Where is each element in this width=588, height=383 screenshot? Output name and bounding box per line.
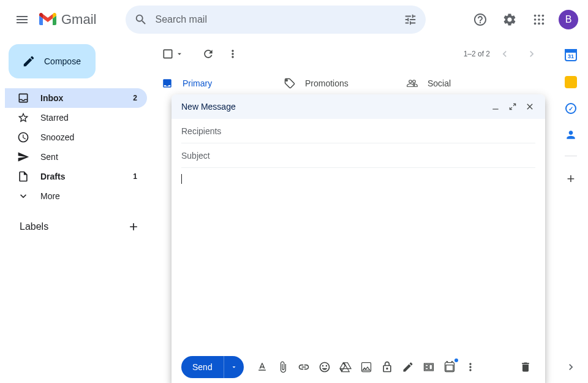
emoji-icon [318,361,331,373]
image-icon [360,361,372,373]
inbox-tab-icon [162,78,173,89]
search-bar[interactable] [126,6,426,34]
insert-emoji-button[interactable] [315,357,334,377]
calendar-addon-button[interactable]: 31 [565,49,577,61]
sidebar-item-inbox[interactable]: Inbox 2 [5,88,147,108]
insert-signature-button[interactable] [398,357,418,377]
prev-page-button[interactable] [492,42,517,66]
dropdown-arrow-icon [230,363,238,371]
svg-point-2 [542,15,545,17]
compose-toolbar: Send [172,351,545,383]
next-page-button[interactable] [519,42,544,66]
select-all-checkbox[interactable] [162,48,184,60]
svg-point-1 [538,15,540,17]
minimize-button[interactable] [490,101,501,112]
nav-label: Starred [40,113,69,123]
main-menu-button[interactable] [10,7,34,32]
sidebar-item-drafts[interactable]: Drafts 1 [5,167,147,186]
get-addons-button[interactable]: + [567,171,575,187]
subject-field[interactable] [181,143,535,168]
recipients-field[interactable] [181,119,535,143]
inbox-icon [17,92,29,104]
chevron-left-icon [499,48,511,60]
contacts-addon-button[interactable] [565,129,577,141]
tasks-addon-button[interactable] [565,103,576,114]
sidebar-item-more[interactable]: More [5,186,147,206]
help-button[interactable] [468,7,492,32]
account-avatar[interactable]: B [559,10,578,29]
checkbox-icon [162,48,174,60]
svg-point-5 [542,18,545,21]
attachment-icon [277,361,289,373]
tab-primary[interactable]: Primary [152,69,274,98]
insert-image-button[interactable] [356,357,376,377]
fullscreen-button[interactable] [507,101,518,112]
tab-label: Promotions [305,78,349,88]
settings-button[interactable] [497,7,522,32]
labels-title: Labels [20,221,48,232]
more-vert-icon [464,361,477,373]
attach-button[interactable] [273,357,293,377]
trash-icon [519,361,532,373]
insert-drive-button[interactable] [336,357,355,377]
sidebar-item-sent[interactable]: Sent [5,147,147,167]
calendar-day: 31 [568,53,574,59]
nav-badge: 2 [133,94,137,102]
tune-icon[interactable] [404,13,417,26]
gear-icon [502,12,517,27]
send-button[interactable]: Send [181,356,224,378]
header-actions: B [468,7,578,32]
calendar-icon [443,361,456,373]
insert-link-button[interactable] [294,357,314,377]
pen-icon [402,361,414,373]
svg-point-7 [538,23,540,25]
nav-label: Drafts [40,172,65,181]
discard-draft-button[interactable] [516,357,535,377]
formatting-button[interactable] [252,357,272,377]
compose-button[interactable]: Compose [9,44,96,78]
send-options-button[interactable] [224,356,244,378]
keep-addon-button[interactable] [565,76,577,88]
compose-titlebar[interactable]: New Message [172,94,545,119]
sidebar-item-snoozed[interactable]: Snoozed [5,127,147,147]
people-icon [407,78,418,89]
search-icon [134,13,148,26]
nav-badge: 1 [133,172,137,181]
compose-window: New Message Send [172,94,545,383]
app-name: Gmail [61,12,96,28]
apps-grid-icon [532,13,546,26]
right-side-panel: 31 + [554,39,588,187]
apps-button[interactable] [527,7,551,32]
more-button[interactable] [221,42,245,66]
layout-button[interactable] [419,357,439,377]
tab-label: Social [428,78,451,88]
compose-body-editor[interactable] [172,168,545,351]
close-compose-button[interactable] [524,101,535,112]
tag-icon [284,78,295,89]
send-button-group: Send [181,356,244,378]
tab-social[interactable]: Social [397,69,519,98]
svg-point-3 [534,18,537,21]
refresh-button[interactable] [196,42,221,66]
tab-promotions[interactable]: Promotions [274,69,397,98]
lock-clock-icon [381,361,393,373]
send-icon [17,151,29,163]
gmail-logo[interactable]: Gmail [39,12,96,28]
subject-input[interactable] [181,151,535,161]
recipients-input[interactable] [181,126,535,136]
search-input[interactable] [155,14,396,25]
nav-label: Snoozed [40,132,74,142]
svg-point-8 [542,23,545,25]
help-icon [473,12,488,27]
sidebar-item-starred[interactable]: Starred [5,108,147,127]
text-cursor [181,174,182,184]
schedule-send-button[interactable] [440,357,459,377]
more-options-button[interactable] [461,357,480,377]
more-vert-icon [227,48,239,60]
expand-icon [508,102,517,111]
tab-label: Primary [183,78,212,88]
confidential-mode-button[interactable] [377,357,397,377]
side-panel-toggle[interactable] [565,361,577,373]
app-header: Gmail B [0,0,588,39]
plus-icon[interactable] [127,221,140,233]
